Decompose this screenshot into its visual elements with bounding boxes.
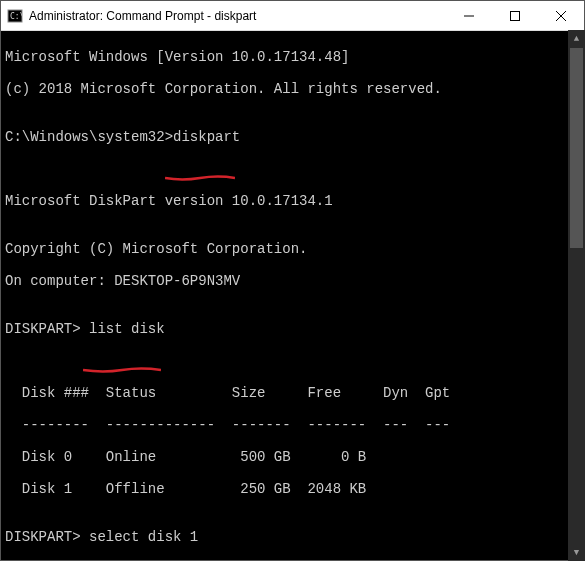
cmd-window: C:\ Administrator: Command Prompt - disk… xyxy=(0,0,585,561)
titlebar[interactable]: C:\ Administrator: Command Prompt - disk… xyxy=(1,1,584,31)
close-button[interactable] xyxy=(538,1,584,30)
table-row: Disk 1 Offline 250 GB 2048 KB xyxy=(5,481,580,497)
prompt-line: DISKPART> list disk xyxy=(5,321,580,353)
output-line: Copyright (C) Microsoft Corporation. xyxy=(5,241,580,257)
prompt: DISKPART> xyxy=(5,529,89,545)
maximize-button[interactable] xyxy=(492,1,538,30)
svg-rect-3 xyxy=(511,11,520,20)
table-header: Disk ### Status Size Free Dyn Gpt xyxy=(5,385,580,401)
cmd-icon: C:\ xyxy=(7,8,23,24)
svg-text:C:\: C:\ xyxy=(10,12,23,21)
prompt: DISKPART> xyxy=(5,321,89,337)
scroll-thumb[interactable] xyxy=(570,48,583,248)
scroll-up-button[interactable]: ▲ xyxy=(568,30,585,47)
window-controls xyxy=(446,1,584,30)
output-line: Microsoft DiskPart version 10.0.17134.1 xyxy=(5,193,580,209)
command-text: select disk 1 xyxy=(89,529,198,545)
prompt-line: C:\Windows\system32>diskpart xyxy=(5,129,580,161)
prompt-line: DISKPART> select disk 1 xyxy=(5,529,580,560)
scroll-down-button[interactable]: ▼ xyxy=(568,544,585,561)
output-line: (c) 2018 Microsoft Corporation. All righ… xyxy=(5,81,580,97)
command-text: list disk xyxy=(89,321,165,337)
window-title: Administrator: Command Prompt - diskpart xyxy=(29,9,446,23)
table-divider: -------- ------------- ------- ------- -… xyxy=(5,417,580,433)
vertical-scrollbar[interactable]: ▲ ▼ xyxy=(568,30,585,561)
table-row: Disk 0 Online 500 GB 0 B xyxy=(5,449,580,465)
command-text: diskpart xyxy=(173,129,240,145)
terminal-output[interactable]: Microsoft Windows [Version 10.0.17134.48… xyxy=(1,31,584,560)
prompt: C:\Windows\system32> xyxy=(5,129,173,145)
minimize-button[interactable] xyxy=(446,1,492,30)
output-line: On computer: DESKTOP-6P9N3MV xyxy=(5,273,580,289)
output-line: Microsoft Windows [Version 10.0.17134.48… xyxy=(5,49,580,65)
